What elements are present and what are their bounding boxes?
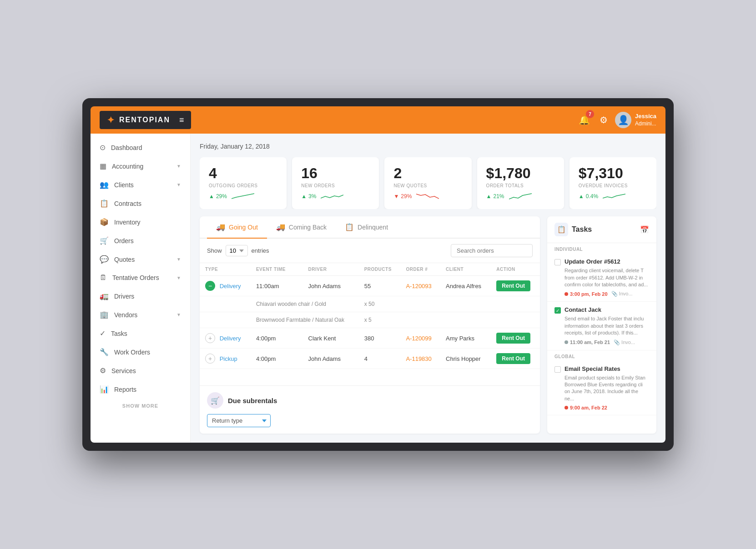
- stat-label-new-quotes: NEW QUOTES: [393, 183, 462, 188]
- driver-name: John Adams: [303, 276, 359, 296]
- stat-label-overdue: OVERDUE INVOICES: [579, 183, 647, 188]
- notifications-button[interactable]: 🔔 7: [576, 112, 592, 128]
- chevron-down-icon: ▼: [176, 275, 181, 280]
- stat-label-outgoing: OUTGOING ORDERS: [209, 183, 277, 188]
- avatar: 👤: [615, 112, 631, 128]
- entries-select[interactable]: 10 25 50: [226, 245, 248, 256]
- task-item: ✓Contact JackSend email to Jack Foster t…: [547, 302, 656, 350]
- bottom-layout: 🚚 Going Out 🚚 Coming Back 📋 Delinquent: [200, 216, 656, 434]
- sidebar-label-dashboard: Dashboard: [111, 144, 142, 151]
- stat-cards: 4 OUTGOING ORDERS ▲ 29% 16 NEW ORDERS: [200, 157, 656, 209]
- sidebar: ⊙ Dashboard ▦ Accounting ▼ 👥 Clients: [91, 134, 191, 443]
- return-type-select[interactable]: Return type: [207, 414, 271, 427]
- tasks-header: 📋 Tasks 📅: [547, 216, 656, 243]
- stat-change-new-quotes: ▼ 29%: [393, 192, 462, 201]
- action-cell: Rent Out: [491, 349, 540, 369]
- due-subrentals: 🛒 Due subrentals Return type: [200, 385, 540, 434]
- sidebar-item-dashboard[interactable]: ⊙ Dashboard: [91, 138, 190, 157]
- sidebar-item-reports[interactable]: 📊 Reports: [91, 380, 190, 399]
- orders-icon: 🛒: [100, 236, 109, 245]
- arrow-down-icon: ▼: [393, 193, 399, 200]
- rent-out-button[interactable]: Rent Out: [496, 353, 530, 364]
- table-row: + Delivery 4:00pm Clark Kent 380 A-12009…: [200, 328, 540, 349]
- products-count: 4: [359, 349, 401, 369]
- chevron-down-icon: ▼: [176, 257, 181, 262]
- header-right: 🔔 7 ⚙ 👤 Jessica Admini...: [576, 112, 656, 128]
- table-sub-row: Chiavari wooden chair / Gold x 50: [200, 296, 540, 312]
- due-dot-icon: [564, 292, 568, 296]
- tab-delinquent[interactable]: 📋 Delinquent: [336, 216, 397, 239]
- chevron-down-icon: ▼: [176, 312, 181, 317]
- calendar-icon[interactable]: 📅: [640, 225, 649, 234]
- task-name: Contact Jack: [564, 306, 601, 313]
- sidebar-item-vendors[interactable]: 🏢 Vendors ▼: [91, 305, 190, 324]
- sub-item-name: Chiavari wooden chair / Gold: [251, 296, 359, 312]
- task-checkbox[interactable]: [554, 259, 561, 265]
- stat-card-overdue-invoices: $7,310 OVERDUE INVOICES ▲ 0.4%: [570, 157, 656, 209]
- sidebar-item-orders[interactable]: 🛒 Orders: [91, 231, 190, 250]
- search-input[interactable]: [451, 244, 533, 257]
- sidebar-item-contracts[interactable]: 📋 Contracts: [91, 194, 190, 213]
- drivers-icon: 🚛: [100, 292, 109, 300]
- dashboard-icon: ⊙: [100, 143, 106, 152]
- task-attachment[interactable]: 📎 Invo...: [614, 339, 635, 345]
- task-checkbox[interactable]: ✓: [554, 307, 561, 314]
- sidebar-item-tasks[interactable]: ✓ Tasks: [91, 324, 190, 343]
- task-name: Email Special Rates: [564, 365, 620, 372]
- rent-out-button[interactable]: Rent Out: [496, 280, 530, 291]
- stat-pct-outgoing: 29%: [216, 193, 227, 200]
- sidebar-item-quotes[interactable]: 💬 Quotes ▼: [91, 250, 190, 269]
- notification-badge: 7: [586, 110, 594, 118]
- sidebar-item-tentative-orders[interactable]: 🗓 Tentative Orders ▼: [91, 269, 190, 287]
- stat-card-new-orders: 16 NEW ORDERS ▲ 3%: [292, 157, 379, 209]
- arrow-up-icon: ▲: [301, 193, 307, 200]
- orders-panel: 🚚 Going Out 🚚 Coming Back 📋 Delinquent: [200, 216, 540, 434]
- orders-table: TYPE EVENT TIME DRIVER PRODUCTS ORDER # …: [200, 263, 540, 385]
- tasks-icon: ✓: [100, 329, 106, 338]
- stat-card-new-quotes: 2 NEW QUOTES ▼ 29%: [384, 157, 471, 209]
- sidebar-label-contracts: Contracts: [114, 200, 141, 207]
- col-action: ACTION: [491, 263, 540, 276]
- task-description: Regarding client voicemail, delete T fro…: [564, 267, 649, 288]
- rent-out-button[interactable]: Rent Out: [496, 333, 530, 344]
- task-due-date: 9:00 am, Feb 22: [564, 405, 607, 410]
- header: ✦ RENTOPIAN ≡ 🔔 7 ⚙ 👤 Jessica Admini...: [91, 106, 665, 134]
- sidebar-item-services[interactable]: ⚙ Services: [91, 361, 190, 380]
- task-item: Update Order #5612Regarding client voice…: [547, 254, 656, 302]
- products-count: 55: [359, 276, 401, 296]
- action-cell: Rent Out: [491, 328, 540, 349]
- event-time: 11:00am: [251, 276, 303, 296]
- logo-area: ✦ RENTOPIAN ≡: [100, 111, 191, 129]
- settings-button[interactable]: ⚙: [600, 115, 608, 125]
- delivery-type[interactable]: Delivery: [220, 335, 241, 342]
- sidebar-item-inventory[interactable]: 📦 Inventory: [91, 213, 190, 231]
- type-indicator: +: [205, 354, 215, 364]
- delivery-type[interactable]: Pickup: [220, 355, 237, 362]
- sidebar-item-accounting[interactable]: ▦ Accounting ▼: [91, 157, 190, 175]
- sidebar-item-work-orders[interactable]: 🔧 Work Orders: [91, 343, 190, 361]
- action-cell: Rent Out: [491, 276, 540, 296]
- user-menu[interactable]: 👤 Jessica Admini...: [615, 112, 656, 128]
- sidebar-item-drivers[interactable]: 🚛 Drivers: [91, 287, 190, 305]
- due-dot-icon: [564, 406, 568, 409]
- task-description: Send email to Jack Foster that inclu inf…: [564, 315, 649, 336]
- work-orders-icon: 🔧: [100, 348, 109, 356]
- tab-coming-back[interactable]: 🚚 Coming Back: [267, 216, 336, 239]
- task-checkbox[interactable]: [554, 366, 561, 373]
- table-controls: Show 10 25 50 entries: [200, 239, 540, 263]
- stat-pct-order-totals: 21%: [494, 193, 504, 200]
- delivery-type[interactable]: Delivery: [220, 283, 241, 289]
- date-label: Friday, January 12, 2018: [200, 143, 656, 150]
- menu-icon[interactable]: ≡: [179, 115, 184, 125]
- tab-going-out[interactable]: 🚚 Going Out: [207, 216, 267, 239]
- task-attachment[interactable]: 📎 Invo...: [611, 291, 633, 297]
- sidebar-label-inventory: Inventory: [114, 219, 141, 226]
- stat-change-order-totals: ▲ 21%: [486, 192, 555, 201]
- show-more-button[interactable]: SHOW MORE: [91, 399, 190, 413]
- order-number: A-120099: [400, 328, 440, 349]
- logo-text: RENTOPIAN: [119, 116, 170, 124]
- user-info: Jessica Admini...: [635, 113, 656, 127]
- type-indicator: −: [205, 281, 215, 291]
- vendors-icon: 🏢: [100, 310, 109, 319]
- sidebar-item-clients[interactable]: 👥 Clients ▼: [91, 175, 190, 194]
